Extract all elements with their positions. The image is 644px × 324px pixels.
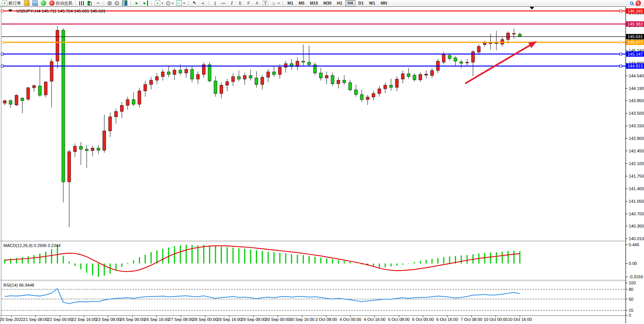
periods-icon <box>166 1 170 5</box>
svg-text:145.147: 145.147 <box>628 52 643 56</box>
line-chart-button[interactable] <box>94 0 102 6</box>
chart-canvas[interactable]: 146.290145.940145.590145.240144.890144.5… <box>0 0 644 324</box>
tile-windows-button[interactable] <box>121 0 128 6</box>
shapes-dropdown-caret[interactable]: ▾ <box>278 2 279 5</box>
zoom-out-button[interactable] <box>114 0 120 6</box>
svg-text:144.540: 144.540 <box>629 74 644 78</box>
chart-shift-button[interactable] <box>141 0 149 6</box>
periods-dropdown-caret[interactable]: ▾ <box>172 2 173 5</box>
horizontal-line-icon <box>221 0 226 6</box>
svg-text:80: 80 <box>629 287 633 292</box>
cursor-icon <box>192 0 197 6</box>
auto-scroll-icon <box>134 0 140 6</box>
hline-handle[interactable] <box>1 53 3 55</box>
time-axis-label: 30 Sep 16:00 <box>289 317 314 322</box>
templates-icon <box>177 0 182 6</box>
equidistant-channel-button[interactable] <box>236 0 244 6</box>
svg-text:142.100: 142.100 <box>629 161 644 166</box>
hline-handle[interactable] <box>620 10 622 12</box>
timeframe-button-h1[interactable]: H1 <box>334 0 344 6</box>
indicators-icon <box>155 0 160 6</box>
line-chart-icon <box>95 0 101 6</box>
timeframe-button-m30[interactable]: M30 <box>321 0 334 6</box>
new-order-button[interactable]: 新订单 <box>1 0 22 6</box>
text-label-button[interactable] <box>262 0 269 6</box>
bar-chart-icon <box>79 1 84 5</box>
time-axis-label: 6 Oct 00:00 <box>412 317 434 322</box>
toolbar-right-group <box>630 0 643 6</box>
horizontal-line-button[interactable] <box>220 0 227 6</box>
hline-handle[interactable] <box>620 53 622 55</box>
hline-handle[interactable] <box>1 10 3 12</box>
timeframe-button-mn[interactable]: MN <box>378 0 389 6</box>
signals-icon <box>41 0 46 6</box>
time-axis-label: 6 Oct 16:00 <box>437 317 458 322</box>
svg-text:140.010: 140.010 <box>629 236 644 241</box>
market-watch-button[interactable] <box>31 0 39 6</box>
chart-window[interactable]: 146.290145.940145.590145.240144.890144.5… <box>0 0 644 324</box>
indicators-dropdown-caret[interactable]: ▾ <box>162 2 163 5</box>
svg-text:146.345: 146.345 <box>628 9 643 13</box>
svg-text:141.050: 141.050 <box>629 199 644 204</box>
timeframe-button-w1[interactable]: W1 <box>367 0 378 6</box>
toolbar-separator <box>151 1 152 6</box>
crosshair-button[interactable] <box>199 0 207 6</box>
notification-icon[interactable] <box>636 0 641 6</box>
time-axis-label: 10 Oct 00:00 <box>484 317 508 322</box>
svg-text:143.150: 143.150 <box>629 124 644 128</box>
svg-text:0.445: 0.445 <box>629 242 639 247</box>
equidistant-channel-icon <box>238 0 243 6</box>
shapes-button[interactable]: ▾ <box>270 0 281 6</box>
candle-chart-button[interactable] <box>86 0 93 6</box>
time-axis-label: 26 Sep 00:00 <box>120 317 145 322</box>
zoom-in-button[interactable] <box>106 0 113 6</box>
templates-button[interactable]: ▾ <box>175 0 186 6</box>
time-axis-label: 27 Sep 08:00 <box>169 317 193 322</box>
autotrading-label: 自动交易 <box>56 0 72 6</box>
time-axis-label: 7 Oct 08:00 <box>461 317 482 322</box>
text-label-icon <box>263 0 268 6</box>
search-icon[interactable] <box>630 2 633 5</box>
crosshair-icon <box>200 0 206 6</box>
time-axis-label: 4 Oct 16:00 <box>364 317 385 322</box>
timeframe-button-h4[interactable]: H4 <box>345 0 355 6</box>
hline-handle[interactable] <box>1 41 3 43</box>
styles-button[interactable] <box>23 0 31 6</box>
svg-text:140.700: 140.700 <box>629 212 644 216</box>
new-order-label: 新订单 <box>8 0 21 6</box>
hline-handle[interactable] <box>620 65 622 67</box>
fibonacci-button[interactable] <box>245 0 252 6</box>
periods-button[interactable]: ▾ <box>165 0 175 6</box>
auto-scroll-button[interactable] <box>133 0 141 6</box>
autotrading-button[interactable]: 自动交易 <box>48 0 74 6</box>
hline-handle[interactable] <box>620 41 622 43</box>
text-icon <box>254 0 260 6</box>
time-axis-label: 4 Oct 00:00 <box>340 317 361 322</box>
toolbar-separator <box>283 1 283 6</box>
svg-text:143.500: 143.500 <box>629 111 644 115</box>
vertical-line-button[interactable] <box>211 0 219 6</box>
timeframe-button-m15[interactable]: M15 <box>308 0 320 6</box>
timeframe-button-m5[interactable]: M5 <box>296 0 307 6</box>
toolbar-separator <box>188 1 189 6</box>
timeframe-button-d1[interactable]: D1 <box>356 0 366 6</box>
macd-indicator-label: MACD(12,26,9) 0.2906 0.2344 <box>3 243 61 248</box>
time-axis-label: 28 Sep 00:00 <box>193 317 217 322</box>
text-button[interactable] <box>253 0 261 6</box>
trendline-button[interactable] <box>228 0 236 6</box>
tile-windows-icon <box>122 0 127 6</box>
svg-text:140.360: 140.360 <box>629 224 644 228</box>
svg-text:-0.3159: -0.3159 <box>629 274 643 279</box>
svg-text:145.472: 145.472 <box>628 40 643 45</box>
templates-dropdown-caret[interactable]: ▾ <box>183 2 185 5</box>
signals-button[interactable] <box>40 0 47 6</box>
svg-text:142.800: 142.800 <box>629 136 644 141</box>
time-axis-label: 28 Sep 16:00 <box>217 317 242 322</box>
svg-text:0: 0 <box>629 313 631 318</box>
indicators-button[interactable]: ▾ <box>154 0 164 6</box>
bar-chart-button[interactable] <box>78 0 85 6</box>
hline-handle[interactable] <box>1 65 3 67</box>
timeframe-button-m1[interactable]: M1 <box>285 0 296 6</box>
cursor-button[interactable] <box>191 0 198 6</box>
time-axis-label: 21 Sep 08:00 <box>23 317 48 322</box>
